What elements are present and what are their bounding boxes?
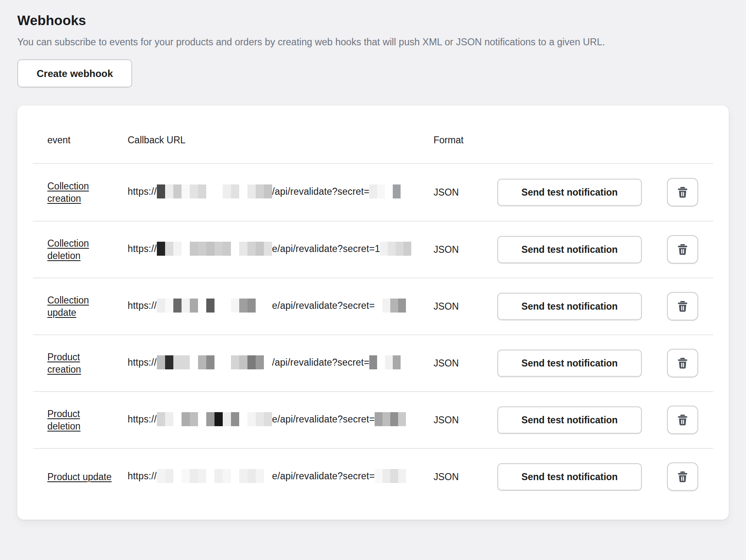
- delete-cell: [667, 235, 698, 264]
- webhook-event-link[interactable]: Product creation: [47, 351, 115, 376]
- webhook-event-link[interactable]: Product deletion: [47, 408, 115, 432]
- redacted-secret-blur: [375, 299, 406, 313]
- delete-webhook-button[interactable]: [667, 462, 698, 491]
- send-test-notification-button[interactable]: Send test notification: [497, 179, 642, 206]
- table-body: Collection creation https:///api/revalid…: [33, 164, 713, 520]
- redacted-host-blur: [157, 412, 272, 426]
- webhooks-settings-page: Webhooks You can subscribe to events for…: [0, 0, 746, 520]
- send-test-notification-button[interactable]: Send test notification: [497, 350, 642, 377]
- trash-icon: [676, 470, 690, 484]
- url-path: e/api/revalidate?secret=: [272, 300, 375, 311]
- format-value: JSON: [434, 187, 497, 198]
- send-test-notification-button[interactable]: Send test notification: [497, 293, 642, 320]
- table-row: Collection deletion https://e/api/revali…: [33, 221, 713, 278]
- url-prefix: https://: [128, 186, 157, 197]
- redacted-host-blur: [157, 299, 272, 313]
- redacted-host-blur: [157, 469, 272, 483]
- column-header-callback-url: Callback URL: [128, 135, 434, 146]
- url-path: e/api/revalidate?secret=: [272, 471, 375, 481]
- action-cell: Send test notification: [497, 179, 642, 206]
- delete-webhook-button[interactable]: [667, 406, 698, 434]
- event-cell: Product creation: [47, 351, 128, 376]
- delete-webhook-button[interactable]: [667, 235, 698, 264]
- table-header-row: event Callback URL Format: [33, 105, 713, 164]
- create-webhook-button[interactable]: Create webhook: [17, 59, 132, 88]
- format-value: JSON: [434, 244, 497, 255]
- delete-webhook-button[interactable]: [667, 178, 698, 207]
- table-row: Collection creation https:///api/revalid…: [33, 164, 713, 221]
- delete-cell: [667, 292, 698, 321]
- delete-cell: [667, 462, 698, 491]
- action-cell: Send test notification: [497, 236, 642, 264]
- url-path: e/api/revalidate?secret=1: [272, 243, 380, 254]
- format-value: JSON: [434, 415, 497, 426]
- redacted-secret-blur: [375, 412, 406, 426]
- redacted-secret-blur: [369, 355, 401, 369]
- table-row: Collection update https://e/api/revalida…: [33, 278, 713, 334]
- delete-cell: [667, 406, 698, 434]
- event-cell: Product deletion: [47, 408, 128, 432]
- action-cell: Send test notification: [497, 293, 642, 320]
- event-cell: Collection update: [47, 294, 128, 319]
- delete-webhook-button[interactable]: [667, 292, 698, 321]
- url-prefix: https://: [128, 471, 157, 481]
- action-cell: Send test notification: [497, 406, 642, 434]
- url-prefix: https://: [128, 357, 157, 368]
- delete-cell: [667, 178, 698, 207]
- callback-url-cell: https://e/api/revalidate?secret=: [128, 299, 434, 313]
- redacted-host-blur: [157, 355, 272, 369]
- trash-icon: [676, 185, 690, 199]
- callback-url-cell: https:///api/revalidate?secret=: [128, 185, 434, 199]
- trash-icon: [676, 413, 690, 427]
- table-row: Product creation https:///api/revalidate…: [33, 334, 713, 391]
- page-description: You can subscribe to events for your pro…: [17, 35, 608, 49]
- url-path: e/api/revalidate?secret=: [272, 414, 375, 425]
- format-value: JSON: [434, 471, 497, 483]
- callback-url-cell: https:///api/revalidate?secret=: [128, 356, 434, 370]
- trash-icon: [676, 356, 690, 370]
- delete-webhook-button[interactable]: [667, 349, 698, 378]
- url-prefix: https://: [128, 300, 157, 311]
- url-path: /api/revalidate?secret=: [272, 186, 370, 197]
- table-row: Product deletion https://e/api/revalidat…: [33, 391, 713, 448]
- redacted-secret-blur: [380, 242, 411, 256]
- url-path: /api/revalidate?secret=: [272, 357, 370, 368]
- action-cell: Send test notification: [497, 463, 642, 491]
- page-title: Webhooks: [17, 0, 729, 29]
- url-prefix: https://: [128, 243, 157, 254]
- format-value: JSON: [434, 358, 497, 369]
- format-value: JSON: [434, 301, 497, 312]
- redacted-host-blur: [157, 242, 272, 256]
- redacted-secret-blur: [375, 469, 406, 483]
- column-header-format: Format: [434, 135, 497, 146]
- webhooks-table-card: event Callback URL Format Collection cre…: [17, 105, 729, 520]
- event-cell: Product update: [47, 471, 128, 483]
- event-cell: Collection deletion: [47, 237, 128, 262]
- delete-cell: [667, 349, 698, 378]
- table-row: Product update https://e/api/revalidate?…: [33, 448, 713, 505]
- send-test-notification-button[interactable]: Send test notification: [497, 463, 642, 491]
- webhook-event-link[interactable]: Collection update: [47, 294, 115, 319]
- redacted-host-blur: [157, 184, 272, 198]
- callback-url-cell: https://e/api/revalidate?secret=: [128, 413, 434, 427]
- redacted-secret-blur: [369, 184, 401, 198]
- webhook-event-link[interactable]: Collection creation: [47, 180, 115, 205]
- send-test-notification-button[interactable]: Send test notification: [497, 236, 642, 264]
- action-cell: Send test notification: [497, 350, 642, 377]
- trash-icon: [676, 299, 690, 313]
- event-cell: Collection creation: [47, 180, 128, 205]
- column-header-event: event: [47, 135, 128, 146]
- webhook-event-link[interactable]: Product update: [47, 471, 112, 483]
- url-prefix: https://: [128, 414, 157, 425]
- webhook-event-link[interactable]: Collection deletion: [47, 237, 115, 262]
- callback-url-cell: https://e/api/revalidate?secret=: [128, 470, 434, 484]
- trash-icon: [676, 243, 690, 257]
- callback-url-cell: https://e/api/revalidate?secret=1: [128, 243, 434, 257]
- send-test-notification-button[interactable]: Send test notification: [497, 406, 642, 434]
